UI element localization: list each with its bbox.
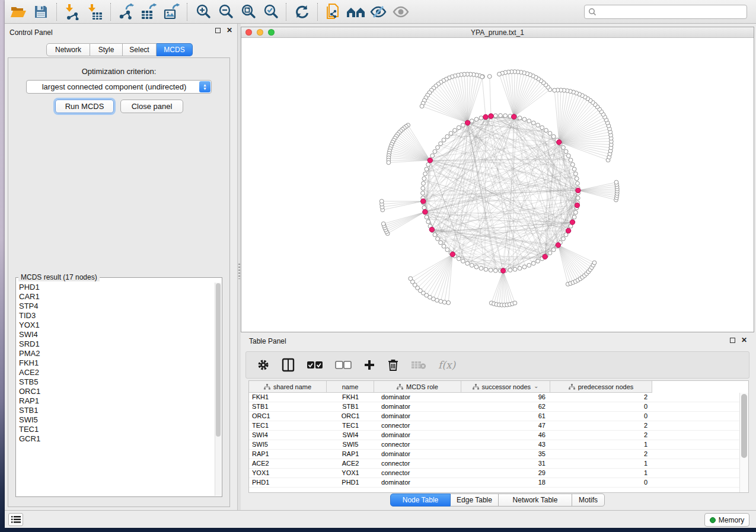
show-graphics-eye-icon[interactable] [391,2,411,21]
mcds-hub-node[interactable] [450,252,455,257]
mcds-result-item[interactable]: SWI5 [17,415,215,425]
network-overview-icon[interactable] [346,2,366,21]
delete-column-trash-icon[interactable] [387,356,399,374]
mcds-result-item[interactable]: STP4 [17,302,215,311]
network-window-titlebar[interactable]: YPA_prune.txt_1 [241,27,754,38]
tab-style[interactable]: Style [90,43,123,56]
tab-mcds[interactable]: MCDS [157,43,193,56]
function-builder-icon[interactable]: f(x) [438,356,455,374]
tab-network[interactable]: Network [46,43,90,56]
mcds-hub-node[interactable] [500,268,505,273]
mcds-result-item[interactable]: FKH1 [17,358,215,368]
float-panel-icon[interactable] [215,28,221,33]
mcds-hub-node[interactable] [556,242,560,247]
memory-button[interactable]: Memory [704,513,749,527]
deselect-all-columns-icon[interactable] [335,356,352,374]
mcds-result-item[interactable]: ORC1 [17,387,215,396]
float-table-panel-icon[interactable] [730,338,735,343]
table-row[interactable]: FKH1FKH1dominator962 [249,393,739,402]
mcds-result-item[interactable]: PHD1 [17,283,215,292]
column-header-name[interactable]: name [327,381,374,393]
table-row[interactable]: PHD1PHD1dominator180 [249,478,739,488]
import-table-icon[interactable] [85,2,105,21]
zoom-fit-icon[interactable] [238,2,258,21]
column-header-predecessor-nodes[interactable]: predecessor nodes [550,381,652,393]
table-row[interactable]: ORC1ORC1dominator610 [249,412,739,421]
import-network-icon[interactable] [62,2,82,21]
column-header-successor-nodes[interactable]: successor nodes⌄ [461,381,550,393]
mcds-hub-node[interactable] [557,140,562,145]
zoom-selected-icon[interactable] [260,2,280,21]
open-file-icon[interactable] [8,2,28,21]
table-row[interactable]: STB1STB1dominator620 [249,402,739,412]
table-row[interactable]: YOX1YOX1connector291 [249,469,739,478]
table-row[interactable]: TEC1TEC1connector472 [249,421,739,431]
close-panel-icon[interactable]: ✕ [227,28,232,33]
mcds-hub-node[interactable] [576,188,580,193]
mcds-hub-node[interactable] [566,228,570,233]
hide-graphics-eye-slash-icon[interactable] [368,2,388,21]
column-header-MCDS-role[interactable]: MCDS role [374,381,461,393]
mcds-hub-node[interactable] [570,220,575,225]
close-panel-button[interactable]: Close panel [120,100,183,113]
search-input[interactable] [596,8,747,16]
network-canvas[interactable] [241,38,754,332]
mcds-result-item[interactable]: TEC1 [17,425,215,434]
column-header-shared-name[interactable]: shared name [249,381,327,393]
apply-layout-icon[interactable] [292,2,312,21]
mcds-hub-node[interactable] [465,120,470,125]
criterion-dropdown[interactable]: largest connected component (undirected)… [26,80,212,94]
tab-select[interactable]: Select [123,43,157,56]
network-graph[interactable] [241,38,754,332]
table-rows[interactable]: FKH1FKH1dominator962STB1STB1dominator620… [249,393,739,492]
export-network-icon[interactable] [116,2,136,21]
mcds-hub-node[interactable] [489,114,493,118]
mcds-result-list[interactable]: PHD1CAR1STP4TID3YOX1SWI4SRD1PMA2FKH1ACE2… [17,283,215,496]
save-session-icon[interactable] [31,2,51,21]
tab-motifs[interactable]: Motifs [572,493,605,507]
show-columns-icon[interactable] [282,356,295,374]
mcds-result-item[interactable]: STB1 [17,406,215,415]
table-row[interactable]: RAP1RAP1dominator352 [249,450,739,459]
table-settings-gear-icon[interactable] [257,356,270,374]
mcds-hub-node[interactable] [483,114,488,119]
mcds-result-item[interactable]: TID3 [17,311,215,321]
search-field[interactable] [584,5,747,19]
share-document-icon[interactable] [323,2,343,21]
table-scrollbar[interactable] [739,393,748,492]
mcds-result-item[interactable]: RAP1 [17,396,215,406]
sort-descending-icon[interactable]: ⌄ [534,383,538,389]
mcds-hub-node[interactable] [575,203,579,207]
delete-table-icon[interactable] [411,356,426,374]
mcds-result-item[interactable]: ACE2 [17,368,215,377]
export-image-icon[interactable] [161,2,181,21]
mcds-result-item[interactable]: SRD1 [17,339,215,349]
zoom-out-icon[interactable] [215,2,235,21]
mcds-result-item[interactable]: CAR1 [17,292,215,302]
tab-edge-table[interactable]: Edge Table [451,493,499,507]
mcds-hub-node[interactable] [543,254,547,259]
mcds-result-item[interactable]: GCR1 [17,434,215,444]
mcds-list-scrollbar[interactable] [215,283,221,496]
mcds-result-item[interactable]: YOX1 [17,321,215,330]
close-table-panel-icon[interactable]: ✕ [741,338,747,343]
create-column-plus-icon[interactable] [363,356,375,374]
export-table-icon[interactable] [139,2,159,21]
mcds-hub-node[interactable] [429,227,434,232]
table-row[interactable]: SWI5SWI5connector431 [249,440,739,450]
show-log-console-button[interactable] [8,513,23,526]
mcds-hub-node[interactable] [428,158,432,162]
mcds-result-item[interactable]: SWI4 [17,330,215,339]
run-mcds-button[interactable]: Run MCDS [55,100,114,113]
mcds-hub-node[interactable] [423,209,428,214]
table-row[interactable]: SWI4SWI4dominator462 [249,431,739,440]
table-row[interactable]: ACE2ACE2connector311 [249,459,739,469]
zoom-in-icon[interactable] [193,2,213,21]
tab-network-table[interactable]: Network Table [499,493,572,507]
tab-node-table[interactable]: Node Table [390,493,451,507]
mcds-result-item[interactable]: PMA2 [17,349,215,358]
mcds-result-item[interactable]: STB5 [17,377,215,387]
mcds-hub-node[interactable] [512,114,516,119]
mcds-hub-node[interactable] [421,198,426,203]
select-all-columns-icon[interactable] [307,356,323,374]
